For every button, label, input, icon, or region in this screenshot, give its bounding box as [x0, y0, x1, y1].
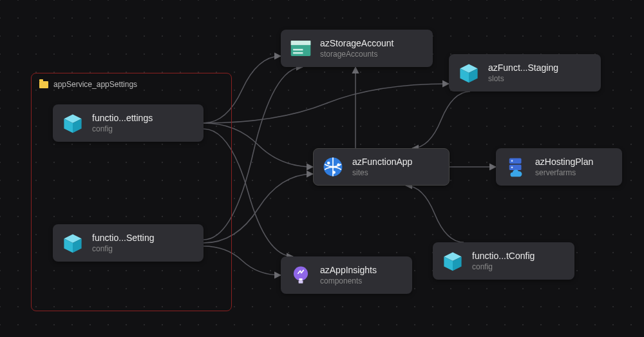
svg-point-14 — [327, 162, 330, 164]
bulb-icon — [289, 264, 312, 287]
node-subtitle: config — [472, 262, 535, 271]
svg-point-20 — [511, 166, 513, 168]
node-title: functio...ettings — [92, 113, 153, 123]
node-text: azStorageAccountstorageAccounts — [320, 38, 393, 59]
node-hosting[interactable]: azHostingPlanserverfarms — [496, 148, 622, 186]
node-settings1[interactable]: functio...ettingsconfig — [53, 104, 204, 142]
folder-icon — [39, 81, 48, 88]
cube-icon — [61, 231, 84, 255]
node-title: functio...tConfig — [472, 251, 535, 261]
node-subtitle: slots — [488, 74, 558, 83]
node-title: azAppInsights — [320, 265, 377, 275]
svg-rect-22 — [299, 281, 303, 284]
svg-rect-17 — [509, 158, 522, 164]
node-subtitle: config — [92, 244, 155, 253]
node-subtitle: components — [320, 276, 377, 285]
cube-icon — [457, 61, 480, 84]
node-storage[interactable]: azStorageAccountstorageAccounts — [281, 30, 433, 67]
srv-icon — [504, 155, 527, 178]
svg-point-19 — [511, 160, 513, 162]
node-text: functio...tConfigconfig — [472, 251, 535, 271]
diagram-canvas[interactable]: appService_appSettings functio...ettings… — [0, 0, 644, 337]
node-funcapp[interactable]: azFunctionAppsites — [313, 148, 450, 186]
node-title: azStorageAccount — [320, 38, 393, 48]
svg-point-15 — [337, 163, 339, 166]
svg-rect-9 — [293, 52, 303, 54]
edge-n_funcconfig-n_funcapp — [406, 186, 464, 242]
node-subtitle: sites — [352, 168, 412, 177]
node-text: functio...Settingconfig — [92, 233, 155, 253]
node-subtitle: serverfarms — [535, 168, 593, 177]
node-subtitle: storageAccounts — [320, 50, 393, 59]
node-title: functio...Setting — [92, 233, 155, 243]
node-text: functio...ettingsconfig — [92, 113, 153, 133]
storage-icon — [289, 37, 312, 60]
node-settings2[interactable]: functio...Settingconfig — [53, 224, 204, 262]
node-appinsights[interactable]: azAppInsightscomponents — [281, 256, 412, 294]
node-subtitle: config — [92, 124, 153, 133]
cube-icon — [61, 111, 84, 135]
group-header: appService_appSettings — [32, 73, 231, 95]
svg-rect-7 — [291, 41, 311, 45]
edge-n_staging-n_funcapp — [412, 91, 470, 148]
node-funcconfig[interactable]: functio...tConfigconfig — [433, 242, 574, 280]
node-staging[interactable]: azFunct...Stagingslots — [449, 54, 601, 91]
svg-rect-8 — [293, 49, 303, 51]
node-text: azAppInsightscomponents — [320, 265, 377, 285]
globe-icon — [321, 155, 345, 178]
svg-point-16 — [332, 171, 335, 173]
cube-icon — [441, 249, 464, 273]
svg-rect-18 — [509, 165, 522, 171]
node-title: azHostingPlan — [535, 157, 593, 167]
node-text: azHostingPlanserverfarms — [535, 157, 593, 177]
edge-n_settings1-n_staging — [204, 84, 449, 123]
node-text: azFunctionAppsites — [352, 157, 412, 177]
node-title: azFunctionApp — [352, 157, 412, 167]
node-text: azFunct...Stagingslots — [488, 63, 558, 83]
group-label: appService_appSettings — [53, 80, 137, 89]
node-title: azFunct...Staging — [488, 63, 558, 73]
